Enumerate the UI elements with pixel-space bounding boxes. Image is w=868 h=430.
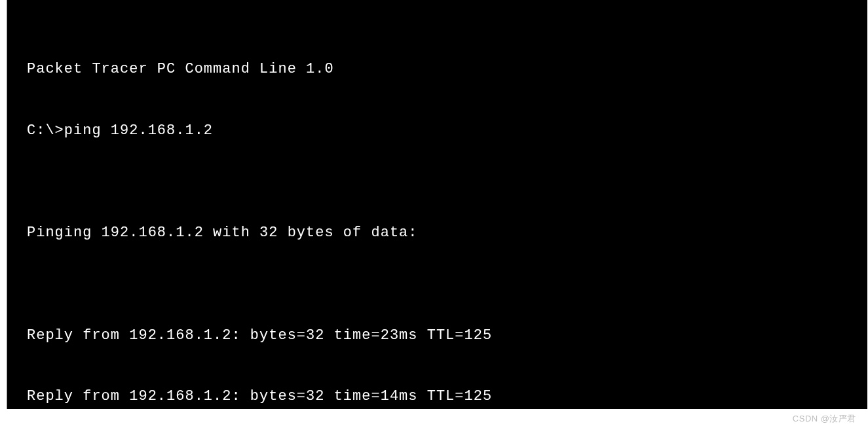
command-line-ping: C:\>ping 192.168.1.2 xyxy=(27,120,848,141)
pinging-status: Pinging 192.168.1.2 with 32 bytes of dat… xyxy=(27,223,848,243)
ping-reply: Reply from 192.168.1.2: bytes=32 time=14… xyxy=(27,386,848,406)
ping-reply: Reply from 192.168.1.2: bytes=32 time=23… xyxy=(27,325,848,346)
watermark-text: CSDN @汝严君 xyxy=(793,413,856,425)
terminal-window[interactable]: Packet Tracer PC Command Line 1.0 C:\>pi… xyxy=(7,0,867,409)
terminal-header: Packet Tracer PC Command Line 1.0 xyxy=(27,59,848,79)
